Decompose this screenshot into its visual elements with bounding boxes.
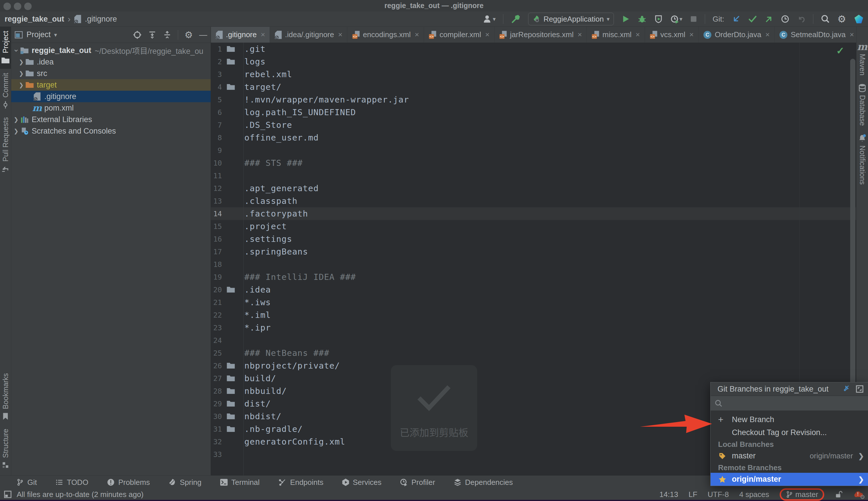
collapse-all-icon[interactable] — [163, 31, 172, 39]
tree-item-.gitignore[interactable]: .gitignore — [11, 91, 211, 102]
editor-tab-orderdto.java[interactable]: COrderDto.java× — [698, 27, 774, 43]
tree-item-external-libraries[interactable]: ❯External Libraries — [11, 114, 211, 125]
editor-tab-vcs.xml[interactable]: <>vcs.xml× — [645, 27, 699, 43]
code-text: ### STS ### — [240, 158, 303, 168]
editor-tab-.idea-.gitignore[interactable]: .idea/.gitignore× — [270, 27, 347, 43]
line-ending-widget[interactable]: LF — [688, 490, 697, 499]
chevron-right-icon[interactable]: ❯ — [18, 58, 25, 65]
stop-button[interactable] — [690, 13, 697, 25]
breadcrumb-project[interactable]: reggie_take_out — [4, 15, 64, 24]
expand-all-icon[interactable] — [148, 31, 156, 39]
tool-window-toggle-icon[interactable] — [3, 490, 12, 499]
chevron-right-icon[interactable]: ❯ — [13, 128, 20, 135]
tree-item-label: .idea — [37, 57, 54, 66]
tree-item-target[interactable]: ❯target — [11, 79, 211, 91]
tool-window-button-endpoints[interactable]: Endpoints — [278, 478, 324, 487]
tree-item-.idea[interactable]: ❯.idea — [11, 56, 211, 68]
editor-tab-setmealdto.java[interactable]: CSetmealDto.java× — [774, 27, 859, 43]
folder-excluded-icon — [25, 81, 34, 89]
tool-window-button-problems[interactable]: Problems — [107, 478, 150, 487]
sidebar-item-commit[interactable]: Commit — [0, 69, 11, 113]
close-tab-icon[interactable]: × — [485, 30, 490, 39]
sidebar-item-bookmarks[interactable]: Bookmarks — [0, 369, 11, 425]
ide-error-notification-icon[interactable]: ! ⚙ — [853, 490, 864, 499]
tree-item-src[interactable]: ❯src — [11, 68, 211, 79]
editor-tab-jarrepositories.xml[interactable]: <>jarRepositories.xml× — [495, 27, 587, 43]
sidebar-item-pull-requests[interactable]: Pull Requests — [0, 113, 11, 177]
tool-window-button-git[interactable]: Git — [17, 478, 37, 487]
code-line-13: 13.classpath — [211, 195, 857, 207]
user-account-icon[interactable]: ▾ — [483, 13, 496, 25]
branch-search-input[interactable] — [726, 398, 864, 408]
close-tab-icon[interactable]: × — [578, 30, 582, 39]
tree-item-reggie-take-out[interactable]: ⌄reggie_take_out~/Desktop/项目/reggie_take… — [11, 45, 211, 56]
git-commit-button[interactable] — [748, 13, 757, 25]
tool-window-button-services[interactable]: Services — [342, 478, 382, 487]
status-message[interactable]: All files are up-to-date (2 minutes ago) — [17, 490, 144, 499]
search-everywhere-icon[interactable] — [821, 13, 830, 25]
history-button[interactable] — [781, 13, 790, 25]
build-hammer-icon[interactable] — [511, 13, 521, 25]
chevron-down-icon[interactable]: ⌄ — [13, 45, 20, 54]
tool-window-button-todo[interactable]: TODO — [55, 478, 88, 487]
tool-window-button-dependencies[interactable]: Dependencies — [454, 478, 513, 487]
close-tab-icon[interactable]: × — [415, 30, 419, 39]
locate-file-icon[interactable] — [133, 31, 142, 39]
run-configuration-select[interactable]: ReggieApplication ▾ — [528, 13, 614, 25]
svg-text:C: C — [782, 32, 785, 38]
profile-button[interactable]: ▾ — [670, 13, 682, 25]
unlock-icon[interactable] — [835, 490, 843, 499]
rollback-button[interactable] — [797, 13, 805, 25]
branch-item-checkout-tag-or-revision-[interactable]: Checkout Tag or Revision... — [710, 426, 868, 439]
panel-hide-icon[interactable]: — — [199, 30, 207, 40]
tool-window-button-spring[interactable]: Spring — [169, 478, 202, 487]
debug-button[interactable] — [638, 13, 647, 25]
editor-tab-misc.xml[interactable]: <>misc.xml× — [587, 27, 645, 43]
project-view-dropdown-icon[interactable]: ▾ — [54, 31, 57, 38]
line-number: 7 — [211, 121, 222, 129]
editor-tab-.gitignore[interactable]: .gitignore× — [211, 27, 270, 43]
chevron-right-icon[interactable]: ❯ — [18, 70, 25, 77]
close-tab-icon[interactable]: × — [338, 30, 343, 39]
git-branch-widget[interactable]: master — [786, 490, 818, 499]
panel-settings-gear-icon[interactable]: ⚙ — [184, 29, 193, 40]
git-update-button[interactable] — [732, 13, 740, 25]
settings-gear-icon[interactable]: ⚙ — [837, 13, 846, 25]
tool-window-button-profiler[interactable]: Profiler — [400, 478, 435, 487]
close-tab-icon[interactable]: × — [765, 30, 770, 39]
line-number: 10 — [211, 159, 222, 167]
inspections-ok-icon[interactable]: ✓ — [836, 45, 845, 56]
branch-item-master[interactable]: masterorigin/master❯ — [710, 449, 868, 462]
tool-window-button-terminal[interactable]: Terminal — [220, 478, 260, 487]
tab-label: .gitignore — [226, 30, 257, 39]
breadcrumb-file[interactable]: .gitignore — [85, 15, 117, 24]
sidebar-item-project[interactable]: Project — [0, 27, 11, 69]
branch-item-origin-master[interactable]: origin/master❯ — [710, 473, 868, 486]
sidebar-item-database[interactable]: Database — [857, 79, 868, 130]
indent-widget[interactable]: 4 spaces — [739, 490, 769, 499]
chevron-right-icon[interactable]: ❯ — [13, 116, 20, 123]
sidebar-item-structure[interactable]: Structure — [0, 425, 11, 473]
sidebar-item-maven[interactable]: mMaven — [857, 38, 868, 79]
editor-tab-encodings.xml[interactable]: <>encodings.xml× — [347, 27, 424, 43]
branch-item-new-branch[interactable]: +New Branch — [710, 413, 868, 426]
sidebar-item-notifications[interactable]: Notifications — [857, 130, 868, 189]
editor-tab-compiler.xml[interactable]: <>compiler.xml× — [424, 27, 495, 43]
close-tab-icon[interactable]: × — [636, 30, 640, 39]
encoding-widget[interactable]: UTF-8 — [708, 490, 729, 499]
run-with-coverage-button[interactable] — [654, 13, 663, 25]
restore-size-icon[interactable] — [855, 385, 864, 393]
ide-gradient-logo-icon[interactable] — [854, 13, 864, 25]
run-button[interactable] — [621, 13, 630, 25]
close-tab-icon[interactable]: × — [849, 30, 854, 39]
close-tab-icon[interactable]: × — [689, 30, 694, 39]
tree-item-pom.xml[interactable]: mpom.xml — [11, 102, 211, 114]
tree-item-scratches-and-consoles[interactable]: ❯Scratches and Consoles — [11, 125, 211, 137]
close-tab-icon[interactable]: × — [261, 30, 265, 39]
caret-position-widget[interactable]: 14:13 — [659, 490, 678, 499]
git-push-button[interactable] — [765, 13, 773, 25]
pin-popup-icon[interactable] — [841, 385, 849, 393]
code-line-15: 15.project — [211, 220, 857, 233]
project-panel-title[interactable]: Project — [26, 30, 51, 39]
chevron-right-icon[interactable]: ❯ — [18, 82, 25, 88]
